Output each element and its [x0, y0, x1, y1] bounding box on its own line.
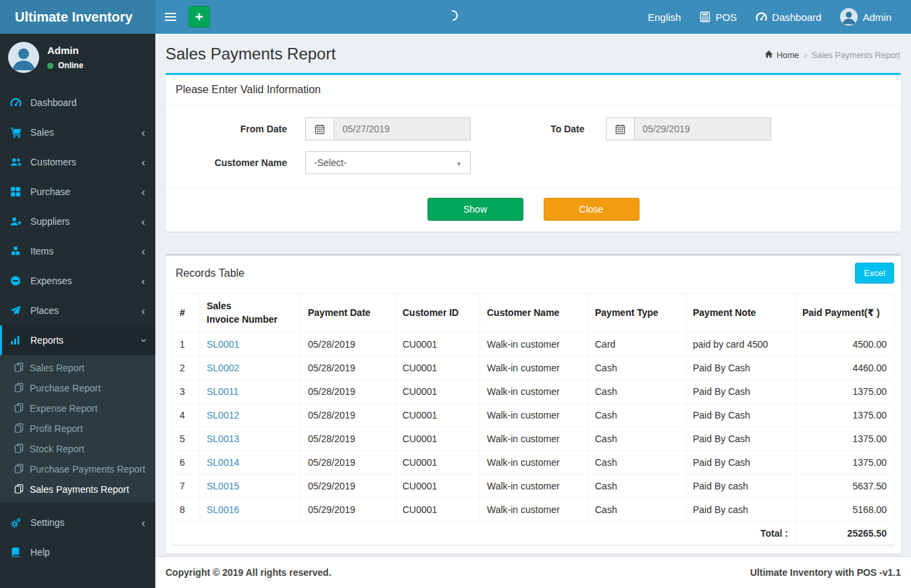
- sidebar-subitem-sales-report[interactable]: Sales Report: [0, 358, 155, 378]
- from-date-input[interactable]: [334, 118, 470, 140]
- table-row: 4SL001205/28/2019CU0001Walk-in customerC…: [173, 404, 894, 427]
- copy-icon: [14, 363, 24, 374]
- copy-icon: [14, 484, 24, 496]
- user-menu[interactable]: Admin: [831, 0, 901, 34]
- sidebar-item-customers[interactable]: Customers: [0, 147, 155, 177]
- loading-spinner-icon: [445, 8, 461, 24]
- top-navbar: Ultimate Inventory English POS Dashboard: [0, 0, 911, 34]
- calendar-icon[interactable]: [306, 118, 334, 140]
- breadcrumb: Home Sales Payments Report: [764, 50, 900, 61]
- calendar-icon[interactable]: [606, 118, 635, 140]
- home-icon: [764, 50, 773, 61]
- total-value: 25265.50: [796, 522, 894, 545]
- invoice-link[interactable]: SL0014: [207, 457, 239, 468]
- col-payment-date: Payment Date: [301, 294, 396, 333]
- sidebar-menu-bottom: Settings Help: [0, 508, 155, 567]
- close-button[interactable]: Close: [544, 198, 640, 221]
- chevron-down-icon: [141, 335, 145, 346]
- sidebar-user-status: Online: [47, 61, 83, 70]
- col-payment-note: Payment Note: [686, 294, 796, 333]
- from-date-label: From Date: [176, 124, 287, 134]
- copy-icon: [14, 423, 24, 435]
- col-index: #: [173, 294, 200, 333]
- filter-panel-title: Please Enter Valid Information: [165, 75, 901, 105]
- chevron-left-icon: [141, 275, 145, 287]
- sidebar-subitem-purchase-report[interactable]: Purchase Report: [0, 378, 155, 398]
- sidebar-toggle-button[interactable]: [155, 0, 186, 34]
- pos-label: POS: [715, 11, 737, 23]
- sidebar: Admin Online Dashboard Sales Customers: [0, 34, 155, 588]
- invoice-link[interactable]: SL0012: [207, 410, 239, 421]
- to-date-group: [606, 117, 771, 140]
- chevron-left-icon: [141, 216, 145, 228]
- col-customer-id: Customer ID: [396, 294, 480, 333]
- table-row: 1SL000105/28/2019CU0001Walk-in customerC…: [173, 333, 894, 356]
- pos-link[interactable]: POS: [690, 0, 746, 34]
- sidebar-item-help[interactable]: Help: [0, 537, 155, 567]
- sidebar-subitem-stock-report[interactable]: Stock Report: [0, 439, 155, 459]
- sidebar-item-dashboard[interactable]: Dashboard: [0, 88, 155, 117]
- gauge-icon: [10, 97, 24, 109]
- invoice-link[interactable]: SL0015: [207, 481, 239, 491]
- table-row: 8SL001605/29/2019CU0001Walk-in customerC…: [173, 498, 894, 522]
- copy-icon: [14, 383, 24, 394]
- breadcrumb-home-link[interactable]: Home: [764, 50, 799, 61]
- table-row: 2SL000205/28/2019CU0001Walk-in customerC…: [173, 356, 894, 380]
- total-label: Total :: [173, 522, 796, 545]
- language-menu[interactable]: English: [638, 0, 690, 34]
- breadcrumb-current: Sales Payments Report: [812, 51, 900, 60]
- to-date-input[interactable]: [635, 118, 771, 140]
- page-footer: Copyright © 2019 All rights reserved. Ul…: [155, 556, 911, 588]
- invoice-link[interactable]: SL0016: [207, 504, 239, 515]
- chevron-left-icon: [141, 517, 145, 529]
- reports-submenu: Sales ReportPurchase ReportExpense Repor…: [0, 355, 155, 502]
- records-table: # Sales Invoice Number Payment Date Cust…: [172, 293, 894, 545]
- sidebar-item-places[interactable]: Places: [0, 296, 155, 325]
- sidebar-item-items[interactable]: Items: [0, 236, 155, 266]
- sidebar-subitem-profit-report[interactable]: Profit Report: [0, 419, 155, 439]
- excel-export-button[interactable]: Excel: [855, 263, 894, 284]
- sidebar-item-purchase[interactable]: Purchase: [0, 177, 155, 207]
- user-avatar: [840, 8, 858, 26]
- book-icon: [10, 547, 24, 558]
- dashboard-icon: [756, 11, 767, 23]
- sidebar-item-settings[interactable]: Settings: [0, 508, 155, 537]
- chevron-left-icon: [141, 305, 145, 317]
- invoice-link[interactable]: SL0002: [207, 363, 239, 373]
- customer-select[interactable]: -Select-: [305, 151, 471, 174]
- gears-icon: [10, 517, 24, 529]
- app-logo[interactable]: Ultimate Inventory: [0, 0, 155, 34]
- chevron-left-icon: [141, 186, 145, 198]
- minus-circle-icon: [10, 275, 24, 286]
- records-tbody: 1SL000105/28/2019CU0001Walk-in customerC…: [173, 333, 894, 522]
- total-row: Total : 25265.50: [173, 522, 894, 545]
- quick-add-button[interactable]: [188, 6, 210, 28]
- sidebar-item-expenses[interactable]: Expenses: [0, 266, 155, 296]
- sidebar-item-sales[interactable]: Sales: [0, 117, 155, 147]
- sidebar-item-reports[interactable]: Reports: [0, 325, 155, 355]
- invoice-link[interactable]: SL0011: [207, 386, 238, 397]
- grid-icon: [10, 186, 24, 197]
- from-date-group: [305, 117, 471, 140]
- navbar-right: English POS Dashboard Admin: [638, 0, 911, 34]
- sidebar-menu: Dashboard Sales Customers Purchase Suppl…: [0, 88, 155, 355]
- dashboard-link[interactable]: Dashboard: [746, 0, 831, 34]
- online-status-label: Online: [58, 61, 83, 70]
- copy-icon: [14, 444, 24, 455]
- sidebar-user-panel: Admin Online: [0, 34, 155, 82]
- bar-chart-icon: [10, 335, 24, 346]
- sidebar-subitem-purchase-payments-report[interactable]: Purchase Payments Report: [0, 459, 155, 479]
- show-button[interactable]: Show: [427, 198, 523, 221]
- version-text: Ultimate Inventory with POS -v1.1: [750, 567, 901, 578]
- dashboard-label: Dashboard: [772, 11, 821, 23]
- col-payment-type: Payment Type: [588, 294, 686, 333]
- sidebar-subitem-expense-report[interactable]: Expense Report: [0, 398, 155, 419]
- user-plus-icon: [10, 216, 24, 228]
- invoice-link[interactable]: SL0001: [207, 339, 239, 350]
- records-title: Records Table: [176, 267, 244, 279]
- sidebar-subitem-sales-payments-report[interactable]: Sales Payments Report: [0, 479, 155, 500]
- sidebar-item-suppliers[interactable]: Suppliers: [0, 207, 155, 236]
- navbar: English POS Dashboard Admin: [155, 0, 911, 34]
- invoice-link[interactable]: SL0013: [207, 433, 239, 444]
- col-invoice: Sales Invoice Number: [200, 294, 301, 333]
